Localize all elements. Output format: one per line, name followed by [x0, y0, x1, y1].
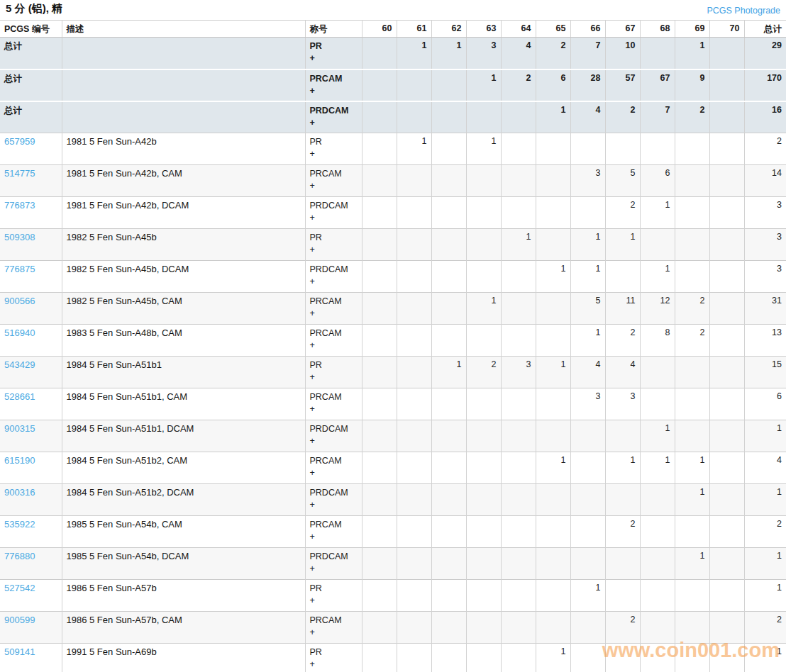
row-grade-62-cell: 1: [431, 357, 466, 388]
pcgs-number-link[interactable]: 776875: [4, 264, 35, 274]
designation-plus: +: [310, 244, 358, 256]
table-header: PCGS 编号描述称号6061626364656667686970总计: [0, 21, 786, 38]
row-grade-61-cell: [397, 452, 431, 484]
row-total-cell: 2: [744, 612, 786, 644]
description-cell: 1986 5 Fen Sun-A57b, CAM: [62, 612, 305, 644]
pcgs-number-link[interactable]: 543429: [4, 359, 35, 370]
row-grade-69-cell: [675, 580, 709, 612]
pcgs-photograde-link[interactable]: PCGS Photograde: [707, 6, 780, 16]
table-row-543429: 5434291984 5 Fen Sun-A51b1PR+12314415: [0, 357, 786, 388]
row-grade-68-cell: 1: [640, 420, 675, 452]
designation-cell: PR+: [305, 133, 362, 165]
description-cell: 1984 5 Fen Sun-A51b2, DCAM: [62, 484, 305, 516]
designation-label: PRCAM: [310, 519, 358, 531]
row-grade-63-cell: [466, 261, 501, 293]
designation-cell: PR+: [305, 357, 362, 388]
row-grade-66-cell: [570, 516, 605, 548]
pcgs-number-link[interactable]: 528661: [4, 391, 35, 402]
row-grade-68-cell: 1: [640, 261, 675, 293]
row-grade-64-cell: [501, 325, 536, 357]
row-total-cell: 13: [744, 325, 786, 357]
row-grade-63-cell: [466, 484, 501, 516]
designation-plus: +: [310, 340, 358, 352]
row-grade-61-cell: [397, 516, 431, 548]
table-row-535922: 5359221985 5 Fen Sun-A54b, CAMPRCAM+22: [0, 516, 786, 548]
row-grade-69-cell: [675, 229, 709, 261]
row-grade-66-cell: [570, 197, 605, 229]
row-grade-69-cell: 2: [675, 293, 709, 325]
table-row-615190: 6151901984 5 Fen Sun-A51b2, CAMPRCAM+111…: [0, 452, 786, 484]
designation-label: PR: [310, 136, 358, 148]
designation-label: PRCAM: [310, 296, 358, 308]
pcgs-number-link[interactable]: 900315: [4, 423, 35, 434]
table-row-776873: 7768731981 5 Fen Sun-A42b, DCAMPRDCAM+21…: [0, 197, 786, 229]
row-grade-68-cell: 1: [640, 197, 675, 229]
row-grade-64-cell: [501, 516, 536, 548]
total-row-grade-60-cell: [362, 38, 397, 69]
row-grade-61-cell: [397, 261, 431, 293]
row-grade-67-cell: 3: [605, 388, 640, 420]
pcgs-number-link[interactable]: 900599: [4, 615, 35, 625]
pcgs-number-link[interactable]: 776880: [4, 551, 35, 561]
total-row-grade-68-cell: 7: [640, 101, 675, 133]
pcgs-number-link[interactable]: 900566: [4, 296, 35, 306]
pcgs-number-link[interactable]: 527542: [4, 583, 35, 593]
pcgs-number-link[interactable]: 509141: [4, 646, 35, 657]
pcgs-number-link[interactable]: 776873: [4, 200, 35, 211]
designation-plus: +: [310, 276, 358, 288]
row-grade-66-cell: 1: [570, 261, 605, 293]
row-grade-62-cell: [431, 420, 466, 452]
row-grade-67-cell: [605, 133, 640, 165]
row-grade-66-cell: [570, 484, 605, 516]
row-total-cell: 4: [744, 452, 786, 484]
designation-label: PRCAM: [310, 455, 358, 467]
total-row-prdcam: 总计PRDCAM+1427216: [0, 101, 786, 133]
row-grade-65-cell: [536, 516, 570, 548]
row-grade-68-cell: [640, 229, 675, 261]
total-row-grade-65-cell: 6: [536, 69, 570, 101]
row-grade-61-cell: [397, 325, 431, 357]
pcgs-number-link[interactable]: 516940: [4, 327, 35, 338]
row-grade-63-cell: [466, 516, 501, 548]
column-header-grade-63: 63: [466, 21, 501, 38]
total-row-grade-66-cell: 7: [570, 38, 605, 69]
pcgs-number-link[interactable]: 657959: [4, 136, 35, 147]
row-grade-64-cell: [501, 133, 536, 165]
row-grade-62-cell: [431, 229, 466, 261]
designation-plus: +: [310, 212, 358, 224]
designation-cell: PRCAM+: [305, 452, 362, 484]
row-grade-66-cell: [570, 548, 605, 580]
row-grade-65-cell: 1: [536, 452, 570, 484]
row-grade-63-cell: [466, 580, 501, 612]
column-header-grade-64: 64: [501, 21, 536, 38]
total-row-total-cell: 29: [744, 38, 786, 69]
total-row-grade-63-cell: 1: [466, 69, 501, 101]
total-row-grade-60-cell: [362, 69, 397, 101]
total-row-designation-cell: PRCAM+: [305, 69, 362, 101]
row-grade-62-cell: [431, 133, 466, 165]
row-grade-67-cell: 2: [605, 325, 640, 357]
pcgs-number-link[interactable]: 900316: [4, 487, 35, 498]
row-grade-69-cell: [675, 197, 709, 229]
pcgs-number-link[interactable]: 535922: [4, 519, 35, 530]
pcgs-number-cell: 535922: [0, 516, 62, 548]
description-cell: 1985 5 Fen Sun-A54b, DCAM: [62, 548, 305, 580]
row-grade-65-cell: [536, 612, 570, 644]
pcgs-number-cell: 509141: [0, 644, 62, 672]
row-grade-66-cell: 3: [570, 165, 605, 197]
row-grade-60-cell: [362, 133, 397, 165]
row-grade-61-cell: [397, 484, 431, 516]
pcgs-number-link[interactable]: 514775: [4, 168, 35, 179]
row-grade-70-cell: [709, 388, 744, 420]
row-grade-70-cell: [709, 357, 744, 388]
table-row-900316: 9003161984 5 Fen Sun-A51b2, DCAMPRDCAM+1…: [0, 484, 786, 516]
row-grade-64-cell: [501, 261, 536, 293]
row-grade-67-cell: [605, 644, 640, 672]
column-header-grade-70: 70: [709, 21, 744, 38]
pcgs-number-link[interactable]: 615190: [4, 455, 35, 466]
pcgs-number-link[interactable]: 509308: [4, 232, 35, 242]
pcgs-number-cell: 509308: [0, 229, 62, 261]
row-grade-69-cell: [675, 612, 709, 644]
row-grade-65-cell: 1: [536, 357, 570, 388]
row-grade-66-cell: [570, 644, 605, 672]
